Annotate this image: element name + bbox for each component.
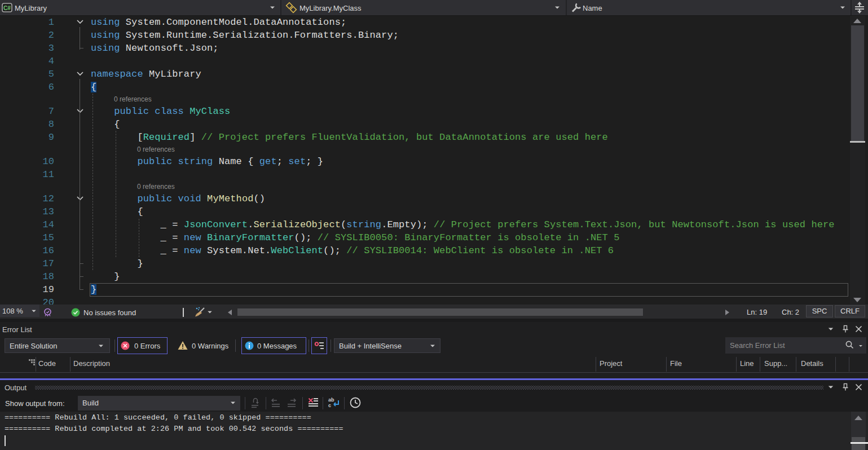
svg-text:ab: ab — [328, 397, 334, 403]
svg-text:C#: C# — [3, 5, 11, 11]
svg-text:c: c — [328, 403, 331, 408]
